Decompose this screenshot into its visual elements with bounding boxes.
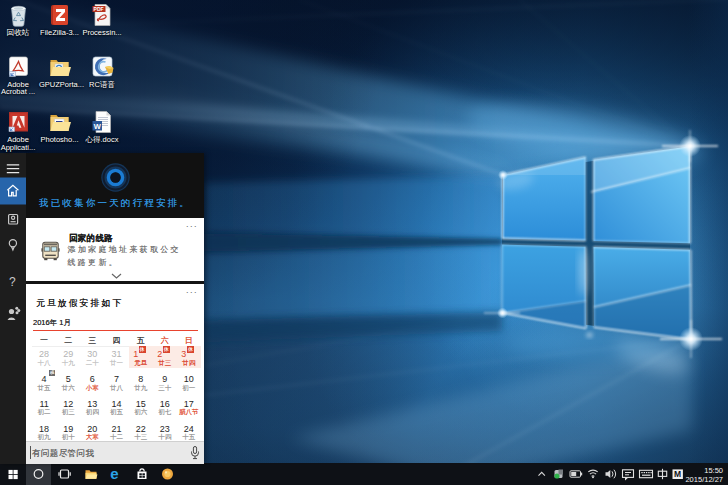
svg-text:PDF: PDF bbox=[93, 6, 103, 12]
svg-text:W: W bbox=[93, 122, 101, 131]
svg-text:?: ? bbox=[9, 275, 16, 289]
svg-text:e: e bbox=[110, 465, 118, 482]
